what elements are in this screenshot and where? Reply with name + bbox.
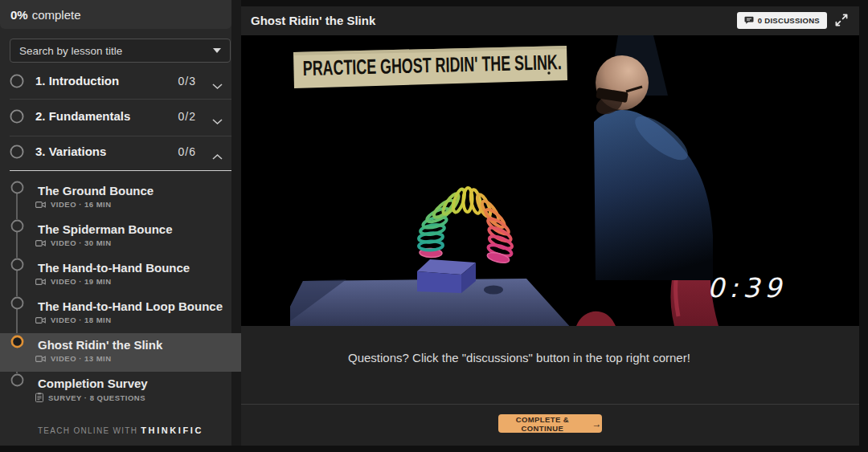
lesson-note-text: Questions? Click the "discussions" butto… [348, 351, 690, 364]
discussions-label: 0 DISCUSSIONS [758, 16, 820, 25]
lesson-title: Ghost Ridin' the Slink [38, 338, 162, 352]
lesson-meta: VIDEO · 18 MIN [35, 316, 112, 324]
progress-circle-icon [10, 145, 24, 162]
video-camera-icon [35, 201, 46, 209]
arrow-right-icon: → [592, 419, 602, 429]
video-camera-icon [35, 316, 46, 324]
section-underline [10, 170, 231, 171]
lesson-status-circle-active [10, 335, 24, 352]
section-fundamentals[interactable]: 2. Fundamentals 0/2 [0, 101, 231, 133]
footer-divider [241, 404, 859, 405]
lesson-title: The Hand-to-Hand Loop Bounce [38, 299, 223, 313]
lesson-meta: SURVEY · 8 QUESTIONS [35, 393, 145, 402]
chevron-up-icon [211, 149, 223, 164]
lesson-status-circle [10, 219, 24, 236]
section-introduction[interactable]: 1. Introduction 0/3 [0, 66, 231, 98]
section-variations[interactable]: 3. Variations 0/6 [0, 136, 231, 169]
lesson-item-spiderman-bounce[interactable]: The Spiderman Bounce VIDEO · 30 MIN [0, 218, 241, 256]
section-count: 0/3 [178, 75, 196, 88]
video-player[interactable]: PRACTICE GHOST RIDIN' THE SLINK. 0:39 [290, 35, 810, 326]
lesson-search-dropdown[interactable]: Search by lesson title [10, 39, 231, 63]
thinkific-brand-link[interactable]: TEACH ONLINE WITHTHINKIFIC [0, 426, 241, 435]
lesson-page-title: Ghost Ridin' the Slink [251, 14, 375, 27]
chat-bubble-icon [744, 16, 754, 25]
lesson-meta: VIDEO · 30 MIN [35, 238, 112, 247]
chevron-down-icon [211, 114, 223, 128]
thinkific-logo: THINKIFIC [141, 426, 203, 435]
slinky-shadow [484, 286, 503, 295]
discussions-button[interactable]: 0 DISCUSSIONS [737, 12, 827, 29]
lesson-meta: VIDEO · 19 MIN [35, 277, 112, 286]
lesson-item-ghost-ridin-the-slink[interactable]: Ghost Ridin' the Slink VIDEO · 13 MIN [0, 333, 241, 372]
lesson-status-circle [10, 373, 24, 390]
search-placeholder: Search by lesson title [19, 45, 122, 57]
video-letterbox: PRACTICE GHOST RIDIN' THE SLINK. 0:39 [241, 35, 859, 326]
lesson-title: The Ground Bounce [38, 184, 154, 197]
divider [10, 99, 231, 100]
survey-icon [35, 393, 43, 402]
section-label: 2. Fundamentals [35, 109, 130, 123]
lesson-item-hand-to-hand-loop-bounce[interactable]: The Hand-to-Hand Loop Bounce VIDEO · 18 … [0, 295, 241, 333]
section-count: 0/2 [178, 110, 196, 123]
complete-continue-label: COMPLETE & CONTINUE [498, 415, 587, 433]
course-sidebar: 0% complete Search by lesson title 1. In… [0, 0, 241, 446]
lesson-title: The Hand-to-Hand Bounce [38, 261, 190, 275]
progress-circle-icon [10, 74, 24, 92]
lesson-status-circle [10, 258, 24, 275]
video-timer: 0:39 [707, 272, 786, 303]
brand-prefix: TEACH ONLINE WITH [38, 426, 137, 435]
course-player-page: 0% complete Search by lesson title 1. In… [0, 0, 868, 452]
lesson-title: Completion Survey [38, 377, 148, 390]
section-label: 3. Variations [35, 145, 106, 158]
chevron-down-icon [211, 79, 223, 93]
chevron-down-icon [213, 48, 221, 53]
progress-circle-icon [10, 109, 24, 127]
expand-icon [834, 13, 849, 27]
section-count: 0/6 [178, 145, 196, 158]
lesson-item-completion-survey[interactable]: Completion Survey SURVEY · 8 QUESTIONS [0, 372, 241, 410]
lesson-item-hand-to-hand-bounce[interactable]: The Hand-to-Hand Bounce VIDEO · 19 MIN [0, 256, 241, 295]
lesson-status-circle [10, 181, 24, 197]
video-camera-icon [35, 355, 46, 363]
progress-label: complete [32, 8, 81, 22]
video-camera-icon [35, 239, 46, 247]
lesson-meta: VIDEO · 13 MIN [35, 354, 112, 363]
section-label: 1. Introduction [35, 74, 119, 88]
progress-percent: 0% [10, 8, 28, 22]
lesson-content-area: Ghost Ridin' the Slink 0 DISCUSSIONS [241, 6, 859, 446]
lesson-title: The Spiderman Bounce [38, 222, 173, 236]
fullscreen-button[interactable] [834, 13, 849, 30]
lesson-item-ground-bounce[interactable]: The Ground Bounce VIDEO · 16 MIN [0, 179, 241, 218]
lesson-meta: VIDEO · 16 MIN [35, 200, 112, 209]
complete-continue-button[interactable]: COMPLETE & CONTINUE → [498, 414, 602, 433]
video-camera-icon [35, 278, 46, 286]
blue-box [417, 259, 476, 293]
lesson-status-circle [10, 296, 24, 313]
progress-header: 0% complete [0, 0, 231, 29]
